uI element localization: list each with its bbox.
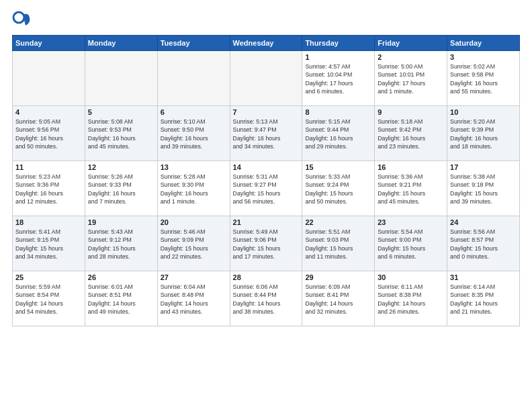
day-info: Sunrise: 6:01 AM Sunset: 8:51 PM Dayligh… bbox=[88, 283, 154, 316]
day-info: Sunrise: 5:33 AM Sunset: 9:24 PM Dayligh… bbox=[305, 173, 371, 205]
calendar-cell: 27Sunrise: 6:04 AM Sunset: 8:48 PM Dayli… bbox=[157, 271, 230, 326]
day-number: 24 bbox=[450, 218, 517, 226]
header bbox=[12, 11, 520, 30]
calendar-cell bbox=[230, 51, 302, 106]
calendar-cell: 6Sunrise: 5:10 AM Sunset: 9:50 PM Daylig… bbox=[157, 106, 230, 161]
calendar-cell: 21Sunrise: 5:49 AM Sunset: 9:06 PM Dayli… bbox=[230, 216, 302, 271]
day-number: 4 bbox=[15, 108, 82, 116]
calendar-cell: 31Sunrise: 6:14 AM Sunset: 8:35 PM Dayli… bbox=[447, 271, 520, 326]
calendar-cell: 16Sunrise: 5:36 AM Sunset: 9:21 PM Dayli… bbox=[375, 161, 447, 216]
day-info: Sunrise: 5:46 AM Sunset: 9:09 PM Dayligh… bbox=[161, 228, 227, 261]
calendar-cell: 2Sunrise: 5:00 AM Sunset: 10:01 PM Dayli… bbox=[375, 51, 447, 106]
day-info: Sunrise: 5:59 AM Sunset: 8:54 PM Dayligh… bbox=[15, 283, 82, 316]
weekday-header: Thursday bbox=[302, 36, 375, 51]
day-number: 9 bbox=[378, 108, 444, 116]
calendar-cell bbox=[85, 51, 157, 106]
day-info: Sunrise: 5:26 AM Sunset: 9:33 PM Dayligh… bbox=[88, 173, 154, 205]
day-number: 15 bbox=[305, 163, 371, 171]
weekday-header: Monday bbox=[85, 36, 157, 51]
day-number: 3 bbox=[450, 53, 517, 61]
day-number: 21 bbox=[233, 218, 300, 226]
calendar-cell: 9Sunrise: 5:18 AM Sunset: 9:42 PM Daylig… bbox=[375, 106, 447, 161]
day-number: 14 bbox=[233, 163, 300, 171]
day-number: 11 bbox=[15, 163, 82, 171]
day-info: Sunrise: 5:18 AM Sunset: 9:42 PM Dayligh… bbox=[378, 118, 444, 150]
day-number: 30 bbox=[378, 273, 444, 281]
day-number: 27 bbox=[161, 273, 227, 281]
calendar-week-row: 4Sunrise: 5:05 AM Sunset: 9:56 PM Daylig… bbox=[13, 106, 520, 161]
calendar-cell: 24Sunrise: 5:56 AM Sunset: 8:57 PM Dayli… bbox=[447, 216, 520, 271]
calendar-cell: 1Sunrise: 4:57 AM Sunset: 10:04 PM Dayli… bbox=[302, 51, 375, 106]
day-number: 18 bbox=[15, 218, 82, 226]
day-info: Sunrise: 5:02 AM Sunset: 9:58 PM Dayligh… bbox=[450, 62, 517, 95]
calendar-cell: 8Sunrise: 5:15 AM Sunset: 9:44 PM Daylig… bbox=[302, 106, 375, 161]
calendar-week-row: 1Sunrise: 4:57 AM Sunset: 10:04 PM Dayli… bbox=[13, 51, 520, 106]
calendar-cell: 29Sunrise: 6:09 AM Sunset: 8:41 PM Dayli… bbox=[302, 271, 375, 326]
calendar-cell: 22Sunrise: 5:51 AM Sunset: 9:03 PM Dayli… bbox=[302, 216, 375, 271]
calendar-week-row: 11Sunrise: 5:23 AM Sunset: 9:36 PM Dayli… bbox=[13, 161, 520, 216]
calendar-cell: 28Sunrise: 6:06 AM Sunset: 8:44 PM Dayli… bbox=[230, 271, 302, 326]
calendar-cell: 25Sunrise: 5:59 AM Sunset: 8:54 PM Dayli… bbox=[13, 271, 85, 326]
calendar-cell: 5Sunrise: 5:08 AM Sunset: 9:53 PM Daylig… bbox=[85, 106, 157, 161]
calendar-week-row: 18Sunrise: 5:41 AM Sunset: 9:15 PM Dayli… bbox=[13, 216, 520, 271]
day-number: 22 bbox=[305, 218, 371, 226]
day-info: Sunrise: 5:31 AM Sunset: 9:27 PM Dayligh… bbox=[233, 173, 300, 205]
day-info: Sunrise: 5:00 AM Sunset: 10:01 PM Daylig… bbox=[378, 62, 444, 95]
calendar-cell: 3Sunrise: 5:02 AM Sunset: 9:58 PM Daylig… bbox=[447, 51, 520, 106]
calendar-cell: 10Sunrise: 5:20 AM Sunset: 9:39 PM Dayli… bbox=[447, 106, 520, 161]
day-number: 1 bbox=[305, 53, 371, 61]
weekday-header: Sunday bbox=[13, 36, 85, 51]
calendar-cell: 26Sunrise: 6:01 AM Sunset: 8:51 PM Dayli… bbox=[85, 271, 157, 326]
day-info: Sunrise: 5:28 AM Sunset: 9:30 PM Dayligh… bbox=[161, 173, 227, 205]
day-number: 29 bbox=[305, 273, 371, 281]
calendar-cell: 13Sunrise: 5:28 AM Sunset: 9:30 PM Dayli… bbox=[157, 161, 230, 216]
day-number: 6 bbox=[161, 108, 227, 116]
day-info: Sunrise: 6:11 AM Sunset: 8:38 PM Dayligh… bbox=[378, 283, 444, 316]
page: SundayMondayTuesdayWednesdayThursdayFrid… bbox=[0, 0, 532, 411]
day-number: 28 bbox=[233, 273, 300, 281]
day-info: Sunrise: 5:41 AM Sunset: 9:15 PM Dayligh… bbox=[15, 228, 82, 261]
day-info: Sunrise: 5:05 AM Sunset: 9:56 PM Dayligh… bbox=[15, 118, 82, 150]
day-info: Sunrise: 5:23 AM Sunset: 9:36 PM Dayligh… bbox=[15, 173, 82, 205]
calendar-cell: 4Sunrise: 5:05 AM Sunset: 9:56 PM Daylig… bbox=[13, 106, 85, 161]
day-info: Sunrise: 6:06 AM Sunset: 8:44 PM Dayligh… bbox=[233, 283, 300, 316]
day-info: Sunrise: 5:08 AM Sunset: 9:53 PM Dayligh… bbox=[88, 118, 154, 150]
calendar-cell: 7Sunrise: 5:13 AM Sunset: 9:47 PM Daylig… bbox=[230, 106, 302, 161]
day-info: Sunrise: 5:38 AM Sunset: 9:18 PM Dayligh… bbox=[450, 173, 517, 205]
day-number: 16 bbox=[378, 163, 444, 171]
calendar-cell bbox=[157, 51, 230, 106]
day-info: Sunrise: 5:56 AM Sunset: 8:57 PM Dayligh… bbox=[450, 228, 517, 261]
calendar-cell: 12Sunrise: 5:26 AM Sunset: 9:33 PM Dayli… bbox=[85, 161, 157, 216]
day-number: 26 bbox=[88, 273, 154, 281]
day-info: Sunrise: 6:09 AM Sunset: 8:41 PM Dayligh… bbox=[305, 283, 371, 316]
day-number: 20 bbox=[161, 218, 227, 226]
calendar-cell: 11Sunrise: 5:23 AM Sunset: 9:36 PM Dayli… bbox=[13, 161, 85, 216]
day-number: 23 bbox=[378, 218, 444, 226]
day-info: Sunrise: 5:49 AM Sunset: 9:06 PM Dayligh… bbox=[233, 228, 300, 261]
day-number: 25 bbox=[15, 273, 82, 281]
day-info: Sunrise: 6:04 AM Sunset: 8:48 PM Dayligh… bbox=[161, 283, 227, 316]
day-info: Sunrise: 5:13 AM Sunset: 9:47 PM Dayligh… bbox=[233, 118, 300, 150]
weekday-header: Wednesday bbox=[230, 36, 302, 51]
weekday-header: Friday bbox=[375, 36, 447, 51]
day-info: Sunrise: 5:54 AM Sunset: 9:00 PM Dayligh… bbox=[378, 228, 444, 261]
day-number: 17 bbox=[450, 163, 517, 171]
calendar-cell: 15Sunrise: 5:33 AM Sunset: 9:24 PM Dayli… bbox=[302, 161, 375, 216]
day-number: 19 bbox=[88, 218, 154, 226]
day-info: Sunrise: 4:57 AM Sunset: 10:04 PM Daylig… bbox=[305, 62, 371, 95]
calendar-cell: 19Sunrise: 5:43 AM Sunset: 9:12 PM Dayli… bbox=[85, 216, 157, 271]
calendar-cell: 18Sunrise: 5:41 AM Sunset: 9:15 PM Dayli… bbox=[13, 216, 85, 271]
calendar-cell bbox=[13, 51, 85, 106]
day-number: 2 bbox=[378, 53, 444, 61]
day-number: 5 bbox=[88, 108, 154, 116]
day-number: 12 bbox=[88, 163, 154, 171]
day-info: Sunrise: 5:51 AM Sunset: 9:03 PM Dayligh… bbox=[305, 228, 371, 261]
calendar-cell: 23Sunrise: 5:54 AM Sunset: 9:00 PM Dayli… bbox=[375, 216, 447, 271]
day-number: 31 bbox=[450, 273, 517, 281]
day-info: Sunrise: 5:43 AM Sunset: 9:12 PM Dayligh… bbox=[88, 228, 154, 261]
day-number: 10 bbox=[450, 108, 517, 116]
calendar-week-row: 25Sunrise: 5:59 AM Sunset: 8:54 PM Dayli… bbox=[13, 271, 520, 326]
calendar-cell: 20Sunrise: 5:46 AM Sunset: 9:09 PM Dayli… bbox=[157, 216, 230, 271]
day-info: Sunrise: 5:36 AM Sunset: 9:21 PM Dayligh… bbox=[378, 173, 444, 205]
calendar: SundayMondayTuesdayWednesdayThursdayFrid… bbox=[12, 35, 520, 326]
